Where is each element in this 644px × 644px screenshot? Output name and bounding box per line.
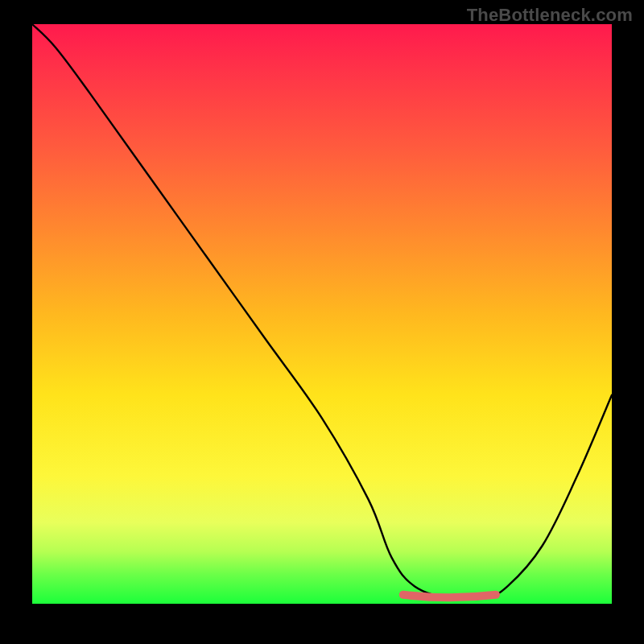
watermark-text: TheBottleneck.com [467,5,633,26]
plot-area [32,24,612,604]
curve-layer [32,24,612,604]
valley-highlight [403,595,496,598]
bottleneck-curve [32,24,612,600]
chart-frame: TheBottleneck.com [0,0,644,644]
